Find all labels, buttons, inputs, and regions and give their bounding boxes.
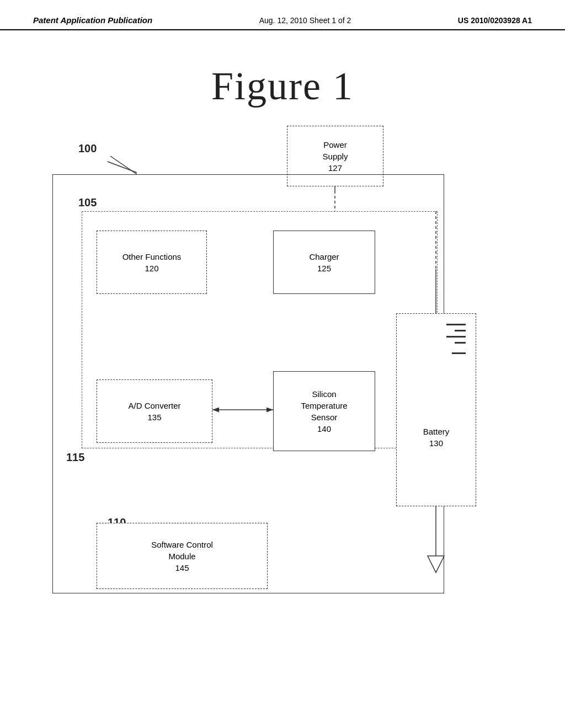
svg-line-0 bbox=[108, 162, 137, 173]
page-header: Patent Application Publication Aug. 12, … bbox=[0, 0, 565, 30]
software-control-box: Software Control Module 145 bbox=[97, 523, 268, 589]
battery-box: Battery 130 bbox=[396, 313, 476, 506]
header-right: US 2010/0203928 A1 bbox=[458, 16, 532, 25]
header-left: Patent Application Publication bbox=[33, 15, 152, 25]
diagram-area: 100 105 115 110 Power Supply 127 Other F… bbox=[0, 109, 565, 688]
charger-label: Charger 125 bbox=[309, 251, 339, 274]
header-center: Aug. 12, 2010 Sheet 1 of 2 bbox=[259, 16, 351, 25]
ref-100: 100 bbox=[78, 142, 97, 155]
patent-page: Patent Application Publication Aug. 12, … bbox=[0, 0, 565, 728]
svg-line-10 bbox=[110, 156, 137, 174]
software-control-label: Software Control Module 145 bbox=[151, 539, 213, 574]
power-supply-label: Power Supply 127 bbox=[323, 139, 348, 174]
ad-converter-box: A/D Converter 135 bbox=[97, 379, 212, 443]
silicon-temp-label: Silicon Temperature Sensor 140 bbox=[301, 388, 347, 435]
other-functions-label: Other Functions 120 bbox=[122, 251, 182, 274]
other-functions-box: Other Functions 120 bbox=[97, 231, 207, 294]
charger-box: Charger 125 bbox=[273, 231, 375, 294]
ad-converter-label: A/D Converter 135 bbox=[128, 400, 180, 423]
figure-title: Figure 1 bbox=[0, 63, 565, 109]
silicon-temp-box: Silicon Temperature Sensor 140 bbox=[273, 371, 375, 451]
battery-label: Battery 130 bbox=[423, 426, 450, 449]
